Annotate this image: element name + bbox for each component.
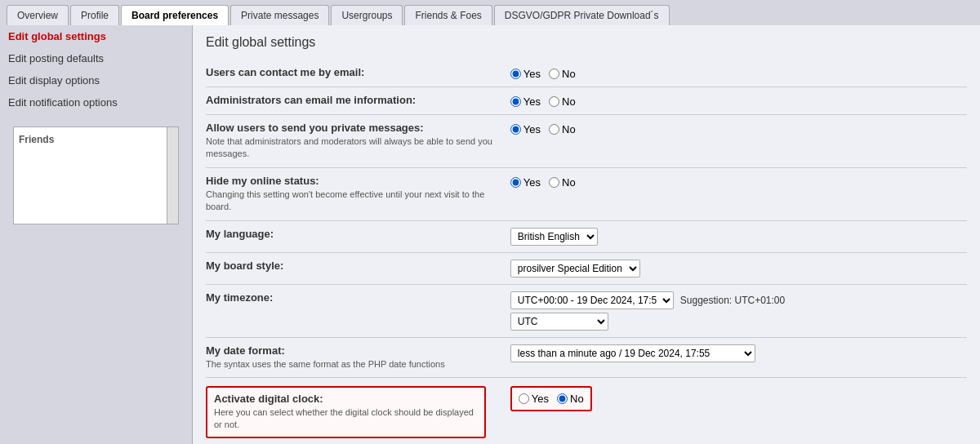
timezone-select[interactable]: UTC+00:00 - 19 Dec 2024, 17:55 — [510, 291, 674, 309]
setting-label: My board style: — [206, 260, 501, 272]
date-format-select[interactable]: less than a minute ago / 19 Dec 2024, 17… — [510, 344, 755, 362]
sidebar-friends-section: Friends — [0, 120, 192, 231]
tab-profile[interactable]: Profile — [70, 5, 119, 25]
radio-no-email[interactable]: No — [549, 68, 576, 80]
no-label: No — [562, 123, 576, 135]
table-row-digital-clock: Activate digital clock: Here you can sel… — [206, 377, 967, 444]
friends-box: Friends — [13, 127, 179, 224]
setting-label: Users can contact me by email: — [206, 66, 501, 78]
radio-no-input[interactable] — [549, 96, 559, 107]
setting-label: My timezone: — [206, 291, 501, 304]
table-row: My timezone: UTC+00:00 - 19 Dec 2024, 17… — [206, 284, 967, 337]
radio-yes-admin[interactable]: Yes — [510, 95, 541, 108]
table-row: Administrators can email me information:… — [206, 87, 967, 115]
radio-yes-online[interactable]: Yes — [510, 176, 541, 189]
no-label: No — [562, 176, 576, 189]
no-label: No — [562, 95, 576, 108]
setting-label-digital-clock: Activate digital clock: — [214, 393, 478, 405]
page-title: Edit global settings — [206, 35, 967, 50]
radio-yes-input[interactable] — [510, 96, 521, 107]
yes-label: Yes — [523, 95, 541, 108]
friends-label: Friends — [17, 131, 175, 149]
yes-label: Yes — [523, 123, 541, 135]
sidebar-item-edit-display[interactable]: Edit display options — [0, 69, 192, 91]
setting-desc: Changing this setting won't become effec… — [206, 189, 501, 214]
timezone-controls: UTC+00:00 - 19 Dec 2024, 17:55 Suggestio… — [510, 291, 967, 331]
sidebar-item-edit-notification[interactable]: Edit notification options — [0, 91, 192, 113]
sidebar-item-edit-posting[interactable]: Edit posting defaults — [0, 47, 192, 69]
tab-usergroups[interactable]: Usergroups — [331, 5, 403, 25]
radio-no-digital-clock[interactable]: No — [557, 393, 584, 405]
radio-no-admin[interactable]: No — [549, 95, 576, 108]
content-area: Edit global settings Users can contact m… — [192, 25, 980, 444]
table-row: Allow users to send you private messages… — [206, 115, 967, 168]
table-row: My language: British English Deutsch Eng… — [206, 220, 967, 252]
table-row: Hide my online status: Changing this set… — [206, 167, 967, 220]
utc-select[interactable]: UTC — [510, 313, 608, 331]
setting-label: Administrators can email me information: — [206, 94, 501, 106]
radio-yes-email[interactable]: Yes — [510, 68, 541, 80]
radio-yes-input[interactable] — [510, 124, 521, 135]
radio-group-online: Yes No — [510, 175, 967, 189]
setting-label: My date format: — [206, 344, 501, 357]
timezone-top-row: UTC+00:00 - 19 Dec 2024, 17:55 Suggestio… — [510, 291, 967, 309]
radio-no-online[interactable]: No — [549, 176, 576, 189]
sidebar-item-edit-global[interactable]: Edit global settings — [0, 25, 192, 47]
no-label: No — [562, 68, 576, 80]
setting-label: Allow users to send you private messages… — [206, 122, 501, 134]
top-navigation: Overview Profile Board preferences Priva… — [0, 0, 980, 25]
setting-desc: Note that administrators and moderators … — [206, 135, 501, 161]
tab-board-preferences[interactable]: Board preferences — [121, 5, 229, 25]
radio-no-input[interactable] — [549, 69, 559, 79]
timezone-suggestion: Suggestion: UTC+01:00 — [680, 295, 785, 306]
table-row: My board style: prosilver Special Editio… — [206, 252, 967, 284]
radio-no-input[interactable] — [557, 393, 568, 404]
radio-group-email: Yes No — [510, 66, 967, 80]
radio-no-input[interactable] — [549, 124, 559, 135]
setting-desc: The syntax uses the same format as the P… — [206, 358, 501, 371]
table-row: Users can contact me by email: Yes No — [206, 60, 967, 87]
setting-desc-digital-clock: Here you can select whether the digital … — [214, 406, 478, 432]
board-style-select[interactable]: prosilver Special Edition subsilver2 — [510, 260, 640, 278]
radio-group-admin-email: Yes No — [510, 94, 967, 108]
tab-overview[interactable]: Overview — [7, 5, 69, 25]
yes-label: Yes — [523, 68, 541, 80]
radio-yes-pm[interactable]: Yes — [510, 123, 541, 135]
sidebar: Edit global settings Edit posting defaul… — [0, 25, 192, 444]
radio-yes-digital-clock[interactable]: Yes — [519, 393, 549, 405]
radio-yes-input[interactable] — [519, 393, 529, 404]
radio-yes-input[interactable] — [510, 177, 521, 188]
setting-label: Hide my online status: — [206, 175, 501, 187]
settings-table: Users can contact me by email: Yes No — [206, 60, 967, 444]
setting-label: My language: — [206, 228, 501, 240]
language-select[interactable]: British English Deutsch English — [510, 228, 598, 246]
yes-label: Yes — [523, 176, 541, 189]
radio-group-pm: Yes No — [510, 122, 967, 135]
yes-label: Yes — [532, 393, 549, 405]
tab-friends-foes[interactable]: Friends & Foes — [404, 5, 492, 25]
main-container: Edit global settings Edit posting defaul… — [0, 25, 980, 444]
no-label: No — [570, 393, 584, 405]
tab-dsgvo[interactable]: DSGVO/GDPR Private Download´s — [494, 5, 670, 25]
radio-no-input[interactable] — [549, 177, 559, 188]
tab-private-messages[interactable]: Private messages — [230, 5, 329, 25]
friends-scrollbar[interactable] — [167, 127, 178, 224]
radio-yes-input[interactable] — [510, 69, 521, 79]
table-row: My date format: The syntax uses the same… — [206, 337, 967, 377]
radio-no-pm[interactable]: No — [549, 123, 576, 135]
